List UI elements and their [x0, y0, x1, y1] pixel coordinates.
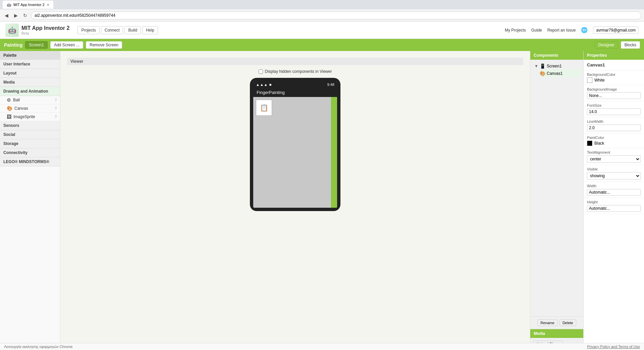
phone-statusbar: ▲▲▲ ■ 9:48 [253, 81, 337, 88]
prop-line-width-label: LineWidth [587, 119, 641, 123]
display-hidden-row: Display hidden components in Viewer [259, 69, 332, 74]
palette-item-imagesprite[interactable]: 🖼 ImageSprite ? [0, 113, 60, 121]
palette-category-drawing[interactable]: Drawing and Animation [0, 87, 60, 96]
prop-paint-color-value: Black [587, 141, 641, 146]
user-menu-button[interactable]: avrmar79@gmail.com [593, 27, 639, 34]
text-align-select[interactable]: center left right [587, 155, 641, 163]
phone-screen: ▲▲▲ ■ 9:48 FingerPainting 📋 [253, 81, 337, 208]
ball-label: Ball [13, 98, 20, 102]
nav-build[interactable]: Build [124, 26, 141, 34]
viewer-header: Viewer [67, 58, 523, 65]
app-footer: Λειτουργία εκκίνησης εφαρμογών Chrome Pr… [0, 343, 644, 350]
nav-back-button[interactable]: ◀ [3, 12, 10, 19]
media-header: Media [530, 329, 583, 338]
prop-bg-color-value: White [587, 78, 641, 83]
palette-category-layout[interactable]: Layout [0, 69, 60, 78]
app-beta-label: Beta [21, 31, 69, 35]
palette-panel: Palette User Interface Layout Media Draw… [0, 51, 60, 350]
designer-button[interactable]: Designer [595, 41, 618, 49]
toolbar: Painting Screen1 Add Screen ... Remove S… [0, 39, 644, 51]
bg-color-text: White [594, 78, 605, 83]
blocks-button[interactable]: Blocks [621, 41, 640, 49]
imagesprite-icon: 🖼 [7, 114, 11, 119]
canvas1-node-label: Canvas1 [547, 71, 562, 76]
components-footer: Rename Delete [530, 316, 583, 329]
paint-color-swatch[interactable] [587, 141, 592, 146]
prop-bg-image-label: BackgroundImage [587, 87, 641, 91]
prop-font-size-label: FontSize [587, 103, 641, 107]
report-link[interactable]: Report an Issue [547, 28, 576, 33]
width-input[interactable] [587, 189, 641, 196]
components-section: Components ▼ 📱 Screen1 🎨 Canvas1 [530, 51, 583, 316]
screen1-node[interactable]: ▼ 📱 Screen1 [533, 62, 581, 70]
canvas1-node[interactable]: 🎨 Canvas1 [538, 70, 581, 77]
paint-color-text: Black [594, 141, 604, 146]
prop-visible: Visible showing hidden [584, 165, 644, 182]
palette-category-lego[interactable]: LEGO® MINDSTORMS® [0, 157, 60, 166]
prop-visible-label: Visible [587, 167, 641, 171]
address-bar[interactable] [31, 11, 641, 19]
tab-close-icon[interactable]: ✕ [47, 3, 49, 7]
bg-image-input[interactable] [587, 92, 641, 99]
prop-width-label: Width [587, 184, 641, 188]
footer-privacy-link[interactable]: Privacy Policy and Terms of Use [587, 345, 640, 349]
prop-font-size: FontSize [584, 101, 644, 117]
prop-text-align: TextAlignment center left right [584, 148, 644, 165]
prop-text-align-label: TextAlignment [587, 150, 641, 154]
nav-connect[interactable]: Connect [101, 26, 123, 34]
properties-panel: Properties Canvas1 BackgroundColor White… [584, 51, 644, 350]
palette-category-storage[interactable]: Storage [0, 139, 60, 148]
display-hidden-label: Display hidden components in Viewer [265, 69, 332, 74]
delete-button[interactable]: Delete [559, 319, 576, 326]
ball-help-icon[interactable]: ? [55, 98, 57, 102]
add-screen-button[interactable]: Add Screen ... [50, 41, 83, 49]
nav-refresh-button[interactable]: ↻ [21, 12, 29, 19]
prop-paint-color-label: PaintColor [587, 136, 641, 140]
height-input[interactable] [587, 205, 641, 212]
bg-color-swatch[interactable] [587, 78, 592, 83]
green-stripe [331, 97, 337, 208]
browser-controls: ◀ ▶ ↻ [0, 9, 644, 21]
palette-header: Palette [0, 51, 60, 60]
nav-forward-button[interactable]: ▶ [12, 12, 19, 19]
status-signal: ▲▲▲ ■ [256, 83, 272, 87]
header-right: My Projects Guide Report an Issue 🌐 avrm… [505, 27, 639, 34]
nav-projects[interactable]: Projects [77, 26, 99, 34]
app-header: 🤖 MIT App Inventor 2 Beta Projects Conne… [0, 21, 644, 39]
screen1-button[interactable]: Screen1 [25, 41, 48, 49]
app-logo: 🤖 MIT App Inventor 2 Beta [5, 23, 69, 37]
font-size-input[interactable] [587, 108, 641, 115]
remove-screen-button[interactable]: Remove Screen [86, 41, 122, 49]
status-time: 9:48 [327, 83, 334, 87]
palette-item-ball[interactable]: ⚙ Ball ? [0, 96, 60, 104]
palette-category-media[interactable]: Media [0, 78, 60, 87]
palette-category-connectivity[interactable]: Connectivity [0, 148, 60, 157]
palette-category-sensors[interactable]: Sensors [0, 121, 60, 130]
tab-icon: 🤖 [7, 3, 11, 7]
visible-select[interactable]: showing hidden [587, 172, 641, 180]
browser-tab[interactable]: 🤖 MIT App Inventor 2 ✕ [3, 1, 53, 9]
collapse-icon[interactable]: ▼ [534, 64, 538, 68]
line-width-input[interactable] [587, 124, 641, 131]
palette-category-user-interface[interactable]: User Interface [0, 60, 60, 69]
screen1-node-icon: 📱 [540, 63, 545, 69]
palette-category-social[interactable]: Social [0, 130, 60, 139]
main-content: Palette User Interface Layout Media Draw… [0, 51, 644, 350]
browser-titlebar: 🤖 MIT App Inventor 2 ✕ [0, 0, 644, 9]
guide-link[interactable]: Guide [531, 28, 542, 33]
canvas-help-icon[interactable]: ? [55, 106, 57, 110]
display-hidden-checkbox[interactable] [259, 69, 263, 74]
rename-button[interactable]: Rename [537, 319, 557, 326]
imagesprite-help-icon[interactable]: ? [55, 115, 57, 119]
phone-app-name: FingerPainting [257, 90, 285, 95]
footer-chrome-label: Λειτουργία εκκίνησης εφαρμογών Chrome [4, 345, 73, 349]
my-projects-link[interactable]: My Projects [505, 28, 526, 33]
nav-help[interactable]: Help [142, 26, 158, 34]
logo-image: 🤖 [5, 23, 19, 37]
canvas1-node-icon: 🎨 [540, 71, 545, 76]
right-panels: Components ▼ 📱 Screen1 🎨 Canvas1 Rename … [530, 51, 584, 350]
palette-item-canvas[interactable]: 🎨 Canvas ? [0, 104, 60, 113]
imagesprite-label: ImageSprite [13, 114, 35, 119]
prop-bg-image: BackgroundImage [584, 85, 644, 101]
ball-icon: ⚙ [7, 97, 11, 103]
